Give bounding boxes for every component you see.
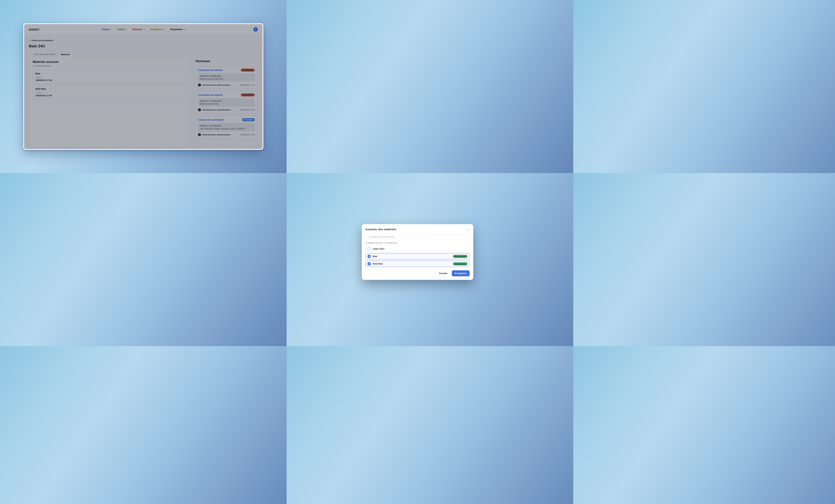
modal-overlay[interactable] (24, 24, 263, 149)
app-page: DOE/DT Projets Clients Matériels Prestat… (24, 24, 263, 149)
browser-window: DOE/DT Projets Clients Matériels Prestat… (23, 23, 263, 150)
